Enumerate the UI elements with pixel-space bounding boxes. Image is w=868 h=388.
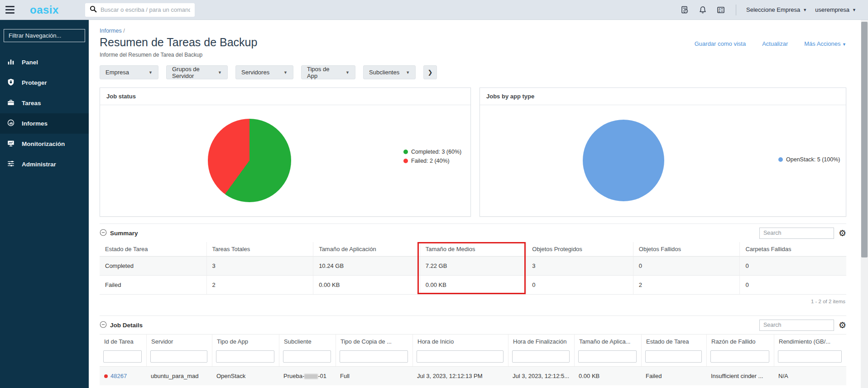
job-details-section-title: Job Details <box>100 321 143 330</box>
column-header[interactable]: Tipo de Copia de ... <box>336 334 412 349</box>
summary-gear-icon[interactable]: ⚙ <box>839 229 846 238</box>
job-details-section: Job Details ⚙ Id de Tarea Servidor Tipo … <box>100 315 846 385</box>
summary-table-header: Estado de Tarea Tareas Totales Tamaño de… <box>100 242 846 257</box>
collapse-icon[interactable] <box>100 321 107 330</box>
chevron-down-icon: ▼ <box>149 70 153 75</box>
job-status-pie-chart[interactable] <box>208 119 291 202</box>
vertical-scrollbar[interactable] <box>861 20 868 388</box>
briefcase-icon <box>7 98 15 108</box>
chevron-down-icon: ▼ <box>803 8 807 12</box>
filter-bar: Empresa▼ Grupos de Servidor▼ Servidores▼… <box>100 65 846 79</box>
global-search-input[interactable] <box>101 6 190 13</box>
sidebar-item-panel[interactable]: Panel <box>0 52 89 73</box>
sidebar-item-label: Monitorización <box>22 141 65 147</box>
table-row[interactable]: Completed310.24 GB7.22 GB300 <box>100 257 846 276</box>
column-filter-input[interactable] <box>340 350 408 363</box>
job-details-filter-row <box>100 349 846 366</box>
table-row[interactable]: Failed20.00 KB0.00 KB020 <box>100 276 846 295</box>
column-header[interactable]: Servidor <box>146 334 212 349</box>
column-header[interactable]: Estado de Tarea <box>641 334 706 349</box>
jobs-by-app-type-card: Jobs by app type OpenStack: 5 (100%) <box>480 87 846 217</box>
legend-item-openstack: OpenStack: 5 (100%) <box>778 156 840 163</box>
column-header[interactable]: Objetos Protegidos <box>526 242 633 257</box>
jobs-by-app-type-pie-chart[interactable] <box>583 120 664 201</box>
breadcrumb: Informes / <box>100 28 846 34</box>
column-header[interactable]: Estado de Tarea <box>100 242 206 257</box>
column-filter-input[interactable] <box>645 350 702 363</box>
company-selector[interactable]: Seleccione Empresa▼ <box>746 6 807 13</box>
column-header[interactable]: Rendimiento (GB/... <box>774 334 846 349</box>
sidebar-item-informes[interactable]: Informes <box>0 113 89 134</box>
job-details-table: Id de Tarea Servidor Tipo de App Subclie… <box>100 334 846 385</box>
sidebar-item-label: Panel <box>22 59 38 66</box>
job-details-search-input[interactable] <box>759 320 834 331</box>
search-icon <box>90 5 97 15</box>
column-filter-input[interactable] <box>778 350 842 363</box>
sidebar-item-monitorizacion[interactable]: Monitorización <box>0 134 89 154</box>
filter-grupos-de-servidor[interactable]: Grupos de Servidor▼ <box>166 65 228 79</box>
column-header[interactable]: Hora de Finalización <box>508 334 574 349</box>
table-row[interactable]: 48267 ubuntu_para_mad OpenStack Prueba--… <box>100 366 846 385</box>
column-header-highlighted[interactable]: Tamaño de Medios <box>420 242 527 257</box>
column-header[interactable]: Tipo de App <box>212 334 279 349</box>
sidebar-item-proteger[interactable]: Proteger <box>0 73 89 93</box>
column-filter-input[interactable] <box>417 350 504 363</box>
column-filter-input[interactable] <box>216 350 274 363</box>
chevron-right-icon: ❯ <box>428 69 433 76</box>
sidebar-item-label: Proteger <box>22 79 47 86</box>
column-header[interactable]: Id de Tarea <box>100 334 146 349</box>
filter-subclientes[interactable]: Subclientes▼ <box>363 65 416 79</box>
sidebar-item-label: Tareas <box>22 100 41 107</box>
refresh-link[interactable]: Actualizar <box>762 40 788 47</box>
filter-tipos-de-app[interactable]: Tipos de App▼ <box>301 65 355 79</box>
job-id-link[interactable]: 48267 <box>110 373 127 379</box>
collapse-icon[interactable] <box>100 229 107 238</box>
job-details-gear-icon[interactable]: ⚙ <box>839 321 846 330</box>
legend-dot-failed <box>403 159 408 163</box>
column-header[interactable]: Carpetas Fallidas <box>739 242 846 257</box>
sidebar-item-administrar[interactable]: Administrar <box>0 154 89 175</box>
summary-section: Summary ⚙ Estado de Tarea Tareas Totales… <box>100 223 846 309</box>
svg-text:0: 0 <box>719 10 720 12</box>
column-filter-input[interactable] <box>150 350 207 363</box>
subcliente-cell: Prueba--01 <box>279 366 336 385</box>
save-as-view-link[interactable]: Guardar como vista <box>695 40 746 47</box>
summary-table: Estado de Tarea Tareas Totales Tamaño de… <box>100 242 846 295</box>
chevron-down-icon: ▼ <box>283 70 288 75</box>
filter-empresa[interactable]: Empresa▼ <box>100 65 158 79</box>
filter-servidores[interactable]: Servidores▼ <box>235 65 293 79</box>
usage-card-icon[interactable]: A0 <box>716 5 726 15</box>
global-search[interactable] <box>85 3 195 17</box>
sidebar-item-tareas[interactable]: Tareas <box>0 93 89 113</box>
column-filter-input[interactable] <box>578 350 637 363</box>
notifications-bell-icon[interactable] <box>698 5 708 15</box>
more-actions-dropdown[interactable]: Más Acciones ▼ <box>804 40 846 47</box>
sidebar-item-label: Administrar <box>22 161 56 168</box>
reports-icon[interactable] <box>680 5 690 15</box>
page-subtitle: Informe del Resumen de Tarea del Backup <box>100 52 846 58</box>
hamburger-menu-icon[interactable] <box>0 0 20 20</box>
column-header[interactable]: Tareas Totales <box>206 242 313 257</box>
column-filter-input[interactable] <box>710 350 769 363</box>
breadcrumb-informes-link[interactable]: Informes <box>100 28 122 34</box>
column-header[interactable]: Subcliente <box>279 334 336 349</box>
pie-chart-icon <box>7 119 15 128</box>
job-details-table-header: Id de Tarea Servidor Tipo de App Subclie… <box>100 334 846 349</box>
column-filter-input[interactable] <box>283 350 331 363</box>
column-filter-input[interactable] <box>512 350 570 363</box>
user-menu[interactable]: userempresa▼ <box>815 6 856 13</box>
column-filter-input[interactable] <box>103 350 142 363</box>
nav-filter-input[interactable] <box>4 29 85 42</box>
legend-item-completed: Completed: 3 (60%) <box>403 149 461 155</box>
column-header[interactable]: Tamaño de Aplicación <box>313 242 420 257</box>
more-filters-button[interactable]: ❯ <box>423 65 437 79</box>
job-status-card: Job status Completed: 3 (60%) Failed: 2 … <box>100 87 471 217</box>
bar-chart-icon <box>7 58 15 67</box>
summary-pagination: 1 - 2 of 2 items <box>100 295 846 309</box>
column-header[interactable]: Objetos Fallidos <box>633 242 740 257</box>
column-header[interactable]: Tamaño de Aplica... <box>574 334 641 349</box>
column-header[interactable]: Razón de Fallido <box>706 334 774 349</box>
summary-search-input[interactable] <box>759 228 834 239</box>
column-header[interactable]: Hora de Inicio <box>412 334 508 349</box>
scrollbar-thumb[interactable] <box>861 22 868 257</box>
